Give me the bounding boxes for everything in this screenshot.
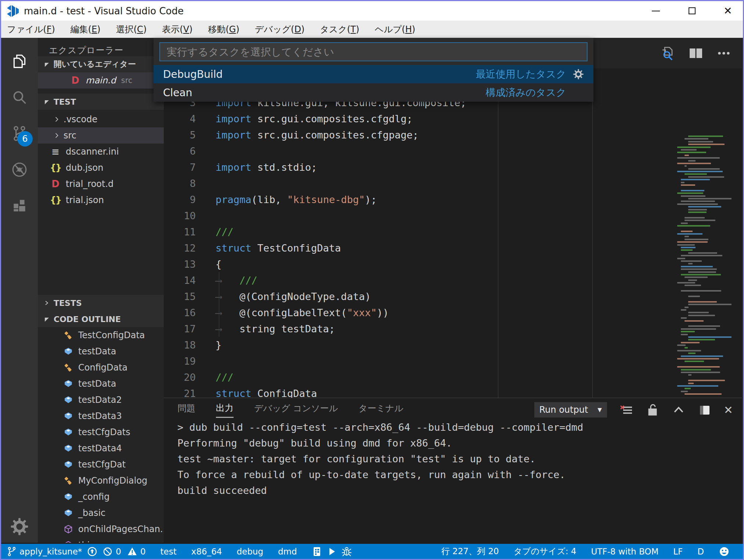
quick-pick-input[interactable] — [159, 42, 588, 61]
source-control-icon[interactable]: 6 — [1, 117, 38, 150]
search-icon[interactable] — [1, 81, 38, 114]
minimap-line — [685, 285, 701, 286]
encoding[interactable]: UTF-8 with BOM — [591, 547, 658, 556]
menu-item-c[interactable]: 選択(C) — [116, 24, 147, 35]
folder-header[interactable]: TEST — [38, 94, 164, 110]
outline-item-basic[interactable]: _basic — [38, 505, 164, 521]
open-editor-item[interactable]: Dmain.dsrc — [38, 72, 164, 88]
quick-pick-item-action[interactable]: 構成済みのタスク — [486, 86, 566, 99]
build-arch[interactable]: x86_64 — [191, 547, 222, 556]
minimap-line — [677, 344, 686, 346]
menu-item-e[interactable]: 編集(E) — [71, 24, 101, 35]
report-icon[interactable] — [312, 546, 322, 557]
minimap-line — [681, 255, 722, 256]
outline-item-this[interactable]: this — [38, 537, 164, 543]
open-editors-header[interactable]: 開いているエディター — [38, 56, 164, 72]
explorer-icon[interactable] — [1, 45, 38, 78]
minimap-line — [688, 136, 723, 137]
more-actions-icon[interactable] — [716, 46, 732, 61]
panel-tab-item[interactable]: 問題 — [178, 402, 195, 417]
outline-item-testData[interactable]: testData — [38, 376, 164, 392]
run-task-icon[interactable] — [327, 546, 336, 557]
debug-icon[interactable] — [1, 153, 38, 186]
split-editor-icon[interactable] — [688, 46, 704, 61]
minimap-line — [676, 377, 732, 379]
error-status[interactable]: 0 0 — [102, 546, 145, 557]
minimize-button[interactable] — [647, 4, 664, 18]
outline-item-testData4[interactable]: testData4 — [38, 440, 164, 456]
panel-tab-item[interactable]: デバッグ コンソール — [254, 402, 338, 417]
menu-item-f[interactable]: ファイル(F) — [7, 24, 55, 35]
ini-file-icon: ≡ — [49, 146, 62, 157]
outline-item-testCfgDats[interactable]: testCfgDats — [38, 424, 164, 440]
d-file-icon: D — [49, 178, 62, 189]
configure-task-gear-icon[interactable] — [573, 69, 584, 80]
tree-item-trialrootd[interactable]: Dtrial_root.d — [38, 176, 164, 192]
debug-bug-icon[interactable] — [341, 546, 352, 557]
minimap-line — [685, 307, 689, 308]
code-text: /// — [216, 226, 234, 238]
minimap[interactable] — [676, 136, 732, 398]
feedback-smiley-icon[interactable] — [719, 546, 730, 557]
settings-gear-icon[interactable] — [1, 510, 38, 543]
outline-item-testCfgDat[interactable]: testCfgDat — [38, 456, 164, 473]
class-symbol-icon — [64, 330, 73, 340]
tree-item-src[interactable]: src — [38, 127, 164, 144]
menu-item-h[interactable]: ヘルプ(H) — [375, 24, 415, 35]
cursor-position[interactable]: 行 227、列 20 — [441, 546, 499, 557]
compiler[interactable]: dmd — [278, 547, 297, 556]
outline-item-testData[interactable]: testData — [38, 343, 164, 360]
outline-item-MyConfigDialog[interactable]: MyConfigDialog — [38, 473, 164, 489]
minimap-line — [688, 271, 716, 273]
quick-pick-item-action[interactable]: 最近使用したタスク — [476, 68, 566, 81]
outline-item-ConfigData[interactable]: ConfigData — [38, 360, 164, 376]
git-branch-status[interactable]: apply_kitsune* — [7, 546, 82, 557]
chevron-down-icon: ▼ — [597, 407, 602, 413]
outline-item-config[interactable]: _config — [38, 489, 164, 505]
output-panel: 問題出力デバッグ コンソールターミナル Run output▼ ✕ — [164, 398, 742, 543]
unlock-icon[interactable] — [646, 403, 659, 417]
menu-item-g[interactable]: 移動(G) — [208, 24, 239, 35]
eol[interactable]: LF — [673, 547, 683, 556]
outline-item-testData2[interactable]: testData2 — [38, 392, 164, 408]
menu-item-v[interactable]: 表示(V) — [162, 24, 192, 35]
sync-status[interactable] — [87, 546, 98, 557]
outline-item-testData3[interactable]: testData3 — [38, 408, 164, 424]
twisty-expanded-icon — [43, 61, 50, 68]
quick-pick-item-debugbuild[interactable]: DebugBuild最近使用したタスク — [154, 65, 593, 83]
code-outline-header[interactable]: CODE OUTLINE — [38, 311, 164, 327]
panel-tab-active[interactable]: 出力 — [216, 402, 234, 418]
maximize-button[interactable] — [683, 4, 700, 18]
outline-item-label: MyConfigDialog — [78, 476, 147, 486]
outline-item-label: TestConfigData — [78, 330, 145, 340]
error-count: 0 — [116, 547, 121, 556]
maximize-panel-icon[interactable] — [672, 403, 686, 417]
outline-item-TestConfigData[interactable]: TestConfigData — [38, 327, 164, 343]
extensions-icon[interactable] — [1, 189, 38, 222]
build-config[interactable]: test — [160, 547, 177, 556]
menu-item-d[interactable]: デバッグ(D) — [255, 24, 304, 35]
minimap-line — [685, 239, 708, 240]
output-channel-select[interactable]: Run output▼ — [534, 402, 607, 418]
tree-item-vscode[interactable]: .vscode — [38, 111, 164, 127]
toggle-panel-icon[interactable] — [698, 403, 711, 417]
tree-item-dscannerini[interactable]: ≡dscanner.ini — [38, 144, 164, 160]
tree-item-dubjson[interactable]: {}dub.json — [38, 160, 164, 176]
build-type[interactable]: debug — [236, 547, 263, 556]
language-mode[interactable]: D — [697, 547, 704, 556]
tab-size[interactable]: タブのサイズ: 4 — [514, 546, 577, 557]
minimap-line — [681, 268, 717, 270]
open-changes-icon[interactable] — [660, 45, 676, 61]
code-editor[interactable]: 3import kitsune.gui, kitsune.gui.composi… — [164, 68, 742, 398]
clear-output-icon[interactable] — [620, 403, 633, 417]
menu-item-t[interactable]: タスク(T) — [320, 24, 359, 35]
tests-header[interactable]: TESTS — [38, 295, 164, 311]
panel-tab-item[interactable]: ターミナル — [358, 402, 403, 417]
code-text: { — [216, 259, 221, 270]
outline-item-onChildPagesChan[interactable]: onChildPagesChan... — [38, 521, 164, 537]
close-panel-icon[interactable]: ✕ — [724, 404, 733, 416]
quick-pick-item-clean[interactable]: Clean構成済みのタスク — [154, 83, 593, 102]
close-button[interactable]: ✕ — [719, 4, 736, 18]
tree-item-trialjson[interactable]: {}trial.json — [38, 192, 164, 208]
vscode-logo-icon — [6, 4, 19, 18]
